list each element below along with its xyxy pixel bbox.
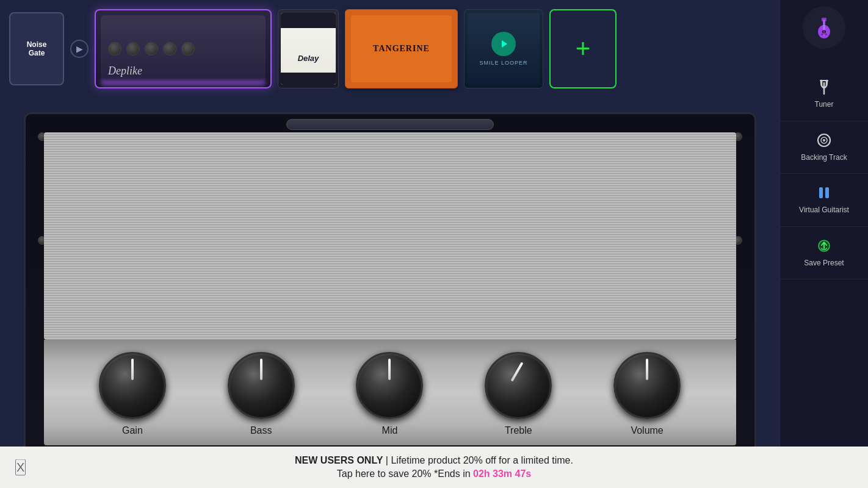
- bass-knob[interactable]: [228, 352, 295, 419]
- add-pedal-button[interactable]: +: [549, 9, 617, 88]
- guitar-icon-container[interactable]: [803, 6, 845, 49]
- delay-pedal[interactable]: Delay: [278, 9, 339, 88]
- noise-gate-pedal[interactable]: Noise Gate: [9, 12, 64, 85]
- amp-pedal-inner: Deplike: [101, 15, 266, 82]
- mid-knob[interactable]: [356, 352, 423, 419]
- knob-group-bass: Bass: [228, 352, 295, 436]
- backing-track-label: Backing Track: [801, 153, 847, 163]
- mid-label: Mid: [382, 425, 398, 436]
- guitar-icon: [811, 15, 837, 40]
- chain-arrow: ▶: [70, 40, 89, 58]
- amp-name: Deplike: [108, 65, 142, 77]
- svg-rect-16: [819, 187, 823, 198]
- promo-line2-start: Tap here to save 20% *Ends in: [337, 468, 473, 479]
- sidebar: Tuner Backing Track Virtual Guitarist: [779, 0, 868, 488]
- amp-controls-panel: Gain Bass Mid Treble: [44, 340, 736, 445]
- looper-label: SMILE LOOPER: [479, 60, 527, 66]
- delay-label: Delay: [298, 54, 319, 63]
- amp-speaker-grille: [44, 132, 736, 340]
- delay-stripe-top: [281, 13, 336, 28]
- looper-circle: [491, 32, 516, 56]
- svg-marker-0: [502, 40, 507, 48]
- knob-group-mid: Mid: [356, 352, 423, 436]
- svg-point-15: [823, 139, 825, 142]
- sidebar-item-backing-track[interactable]: Backing Track: [780, 121, 868, 174]
- main-container: Noise Gate ▶ Deplike: [0, 0, 868, 488]
- amp-knob-5: [181, 42, 195, 56]
- virtual-guitarist-label: Virtual Guitarist: [799, 206, 849, 215]
- sidebar-item-tuner[interactable]: Tuner: [780, 67, 868, 121]
- sidebar-item-virtual-guitarist[interactable]: Virtual Guitarist: [780, 174, 868, 227]
- backing-track-icon: [816, 132, 832, 148]
- save-preset-icon: [816, 238, 832, 254]
- delay-stripe-bottom: [281, 73, 336, 85]
- looper-pedal[interactable]: SMILE LOOPER: [464, 9, 543, 88]
- volume-label: Volume: [631, 425, 663, 436]
- knob-group-gain: Gain: [99, 352, 166, 436]
- noise-gate-label: Noise Gate: [27, 40, 47, 58]
- delay-pedal-inner: Delay: [281, 13, 336, 85]
- promo-timer: 02h 33m 47s: [473, 468, 531, 479]
- virtual-guitarist-icon: [817, 185, 831, 201]
- promo-line1: NEW USERS ONLY | Lifetime product 20% of…: [295, 455, 573, 466]
- promo-banner[interactable]: X NEW USERS ONLY | Lifetime product 20% …: [0, 447, 868, 488]
- tuner-icon: [817, 78, 831, 95]
- tangerine-label: TANGERINE: [373, 44, 430, 54]
- amp-area: Gain Bass Mid Treble: [0, 98, 779, 488]
- amp-knob-4: [163, 42, 176, 56]
- volume-knob[interactable]: [613, 352, 681, 419]
- amp-knob-1: [108, 42, 121, 56]
- knob-group-volume: Volume: [613, 352, 681, 436]
- sidebar-item-save-preset[interactable]: Save Preset: [780, 227, 868, 280]
- amp-knobs-row: [108, 42, 195, 56]
- amp-cabinet: Gain Bass Mid Treble: [24, 112, 756, 488]
- treble-label: Treble: [505, 425, 532, 436]
- amp-knob-3: [145, 42, 158, 56]
- svg-rect-17: [825, 187, 829, 198]
- promo-line1-rest: | Lifetime product 20% off for a limited…: [383, 455, 573, 465]
- tangerine-pedal[interactable]: TANGERINE: [345, 9, 458, 88]
- promo-close-button[interactable]: X: [15, 459, 26, 476]
- gain-label: Gain: [122, 425, 143, 436]
- promo-bold-text: NEW USERS ONLY: [295, 455, 383, 465]
- looper-pedal-inner: SMILE LOOPER: [468, 13, 540, 85]
- bass-label: Bass: [250, 425, 272, 436]
- knob-group-treble: Treble: [485, 352, 552, 436]
- pedal-chain: Noise Gate ▶ Deplike: [0, 0, 779, 98]
- gain-knob[interactable]: [99, 352, 166, 419]
- amp-pedal[interactable]: Deplike: [95, 9, 272, 88]
- promo-line2: Tap here to save 20% *Ends in 02h 33m 47…: [337, 468, 531, 479]
- tangerine-pedal-inner: TANGERINE: [351, 15, 452, 82]
- amp-handle-bar: [26, 114, 754, 132]
- treble-knob[interactable]: [485, 352, 552, 419]
- add-icon: +: [576, 36, 591, 62]
- amp-handle: [286, 119, 494, 130]
- amp-glow: [101, 81, 266, 85]
- amp-knob-2: [126, 42, 140, 56]
- tuner-label: Tuner: [815, 100, 834, 110]
- content-area: Noise Gate ▶ Deplike: [0, 0, 779, 488]
- save-preset-label: Save Preset: [804, 259, 844, 268]
